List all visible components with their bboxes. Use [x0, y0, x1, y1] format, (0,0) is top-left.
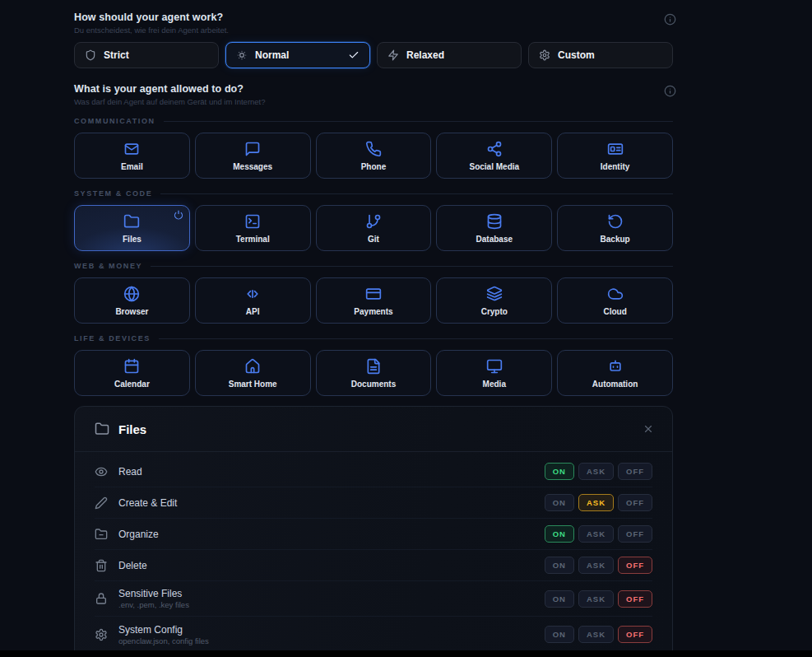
agent-permissions-page: How should your agent work? Du entscheid… [74, 0, 673, 657]
allowed-title: What is your agent allowed to do? [74, 83, 673, 95]
mode-button-strict[interactable]: Strict [74, 42, 219, 68]
power-badge-icon [174, 210, 183, 220]
mode-button-custom[interactable]: Custom [528, 42, 673, 68]
tile-label: Messages [233, 162, 272, 171]
allowed-subtitle: Was darf dein Agent auf deinem Gerät und… [74, 97, 673, 106]
toggle-ask-button[interactable]: ASK [578, 494, 614, 511]
permission-text: Read [118, 466, 142, 478]
tile-documents[interactable]: Documents [316, 350, 432, 396]
permission-row-read: ReadONASKOFF [95, 456, 652, 487]
category-section: LIFE & DEVICESCalendarSmart HomeDocument… [74, 333, 673, 396]
tile-database[interactable]: Database [436, 205, 552, 251]
calendar-icon [123, 358, 140, 375]
mode-selector: StrictNormalRelaxedCustom [74, 42, 673, 68]
category-sections: COMMUNICATIONEmailMessagesPhoneSocial Me… [74, 116, 673, 396]
toggle-on-button[interactable]: ON [545, 626, 574, 643]
mode-label: Strict [104, 49, 129, 61]
tile-browser[interactable]: Browser [74, 277, 190, 324]
message-icon [244, 141, 261, 157]
panel-header: Files [75, 407, 672, 452]
toggle-on-button[interactable]: ON [545, 494, 574, 511]
toggle-off-button[interactable]: OFF [618, 463, 652, 480]
toggle-off-button[interactable]: OFF [618, 590, 652, 608]
toggle-off-button[interactable]: OFF [618, 626, 652, 643]
tile-backup[interactable]: Backup [557, 205, 673, 251]
permission-label: Read [118, 466, 142, 478]
gear-icon [95, 628, 108, 641]
pencil-icon [95, 496, 108, 510]
toggle-on-button[interactable]: ON [545, 463, 574, 480]
phone-icon [365, 141, 382, 157]
tile-payments[interactable]: Payments [316, 277, 432, 324]
toggle-group: ONASKOFF [545, 463, 652, 480]
tile-label: Social Media [470, 162, 520, 171]
toggle-off-button[interactable]: OFF [618, 525, 652, 543]
tile-smart-home[interactable]: Smart Home [195, 350, 311, 396]
info-icon[interactable] [664, 85, 676, 97]
check-icon [348, 49, 360, 61]
toggle-off-button[interactable]: OFF [618, 557, 652, 574]
tile-social-media[interactable]: Social Media [436, 133, 552, 179]
toggle-ask-button[interactable]: ASK [578, 463, 614, 480]
toggle-ask-button[interactable]: ASK [578, 626, 614, 643]
tile-label: API [246, 307, 260, 316]
work-mode-header: How should your agent work? Du entscheid… [74, 12, 673, 35]
toggle-on-button[interactable]: ON [545, 525, 574, 543]
close-icon[interactable] [643, 423, 654, 435]
git-branch-icon [365, 213, 382, 230]
category-label: WEB & MONEY [74, 262, 142, 270]
tile-phone[interactable]: Phone [316, 133, 432, 179]
mode-button-relaxed[interactable]: Relaxed [377, 42, 522, 68]
toggle-off-button[interactable]: OFF [618, 494, 652, 511]
tile-label: Identity [601, 162, 630, 171]
tile-label: Email [121, 162, 143, 171]
permission-label: System Config [118, 624, 209, 636]
mode-label: Custom [558, 49, 595, 61]
tile-label: Cloud [603, 307, 626, 316]
tile-messages[interactable]: Messages [195, 133, 311, 179]
tile-label: Phone [361, 162, 387, 171]
permission-label: Create & Edit [118, 497, 177, 509]
tile-calendar[interactable]: Calendar [74, 350, 190, 396]
permission-row-delete: DeleteONASKOFF [95, 550, 652, 581]
tile-media[interactable]: Media [436, 350, 552, 396]
tile-identity[interactable]: Identity [557, 133, 673, 179]
tile-api[interactable]: API [195, 277, 311, 324]
toggle-ask-button[interactable]: ASK [578, 525, 614, 543]
eye-icon [95, 465, 108, 478]
permission-label: Delete [118, 560, 147, 571]
tile-label: Database [476, 235, 513, 244]
tile-git[interactable]: Git [316, 205, 432, 251]
toggle-ask-button[interactable]: ASK [578, 557, 614, 574]
permission-text: Create & Edit [118, 497, 177, 509]
toggle-on-button[interactable]: ON [545, 557, 574, 574]
permission-label: Sensitive Files [118, 588, 189, 599]
folder-minus-icon [95, 528, 108, 541]
category-divider [164, 121, 673, 122]
mode-button-normal[interactable]: Normal [225, 42, 370, 68]
category-section: SYSTEM & CODEFilesTerminalGitDatabaseBac… [74, 189, 673, 251]
permission-text: Delete [118, 560, 147, 571]
toggle-group: ONASKOFF [545, 557, 652, 574]
tile-terminal[interactable]: Terminal [195, 205, 311, 251]
tile-automation[interactable]: Automation [557, 350, 673, 396]
tile-label: Payments [354, 307, 392, 316]
mail-icon [123, 141, 140, 157]
toggle-ask-button[interactable]: ASK [578, 590, 614, 608]
tile-files[interactable]: Files [74, 205, 190, 251]
tile-label: Automation [592, 380, 638, 389]
rotate-ccw-icon [607, 213, 624, 230]
code-icon [244, 286, 261, 302]
tile-crypto[interactable]: Crypto [436, 277, 552, 324]
toggle-on-button[interactable]: ON [545, 590, 574, 608]
permission-text: Organize [118, 529, 159, 540]
mode-label: Relaxed [406, 49, 444, 61]
tile-email[interactable]: Email [74, 133, 190, 179]
terminal-icon [244, 213, 261, 230]
info-icon[interactable] [664, 13, 676, 26]
cloud-icon [607, 286, 624, 302]
id-card-icon [607, 141, 624, 157]
monitor-icon [486, 358, 503, 375]
tile-cloud[interactable]: Cloud [557, 277, 673, 324]
tile-label: Terminal [236, 235, 270, 244]
